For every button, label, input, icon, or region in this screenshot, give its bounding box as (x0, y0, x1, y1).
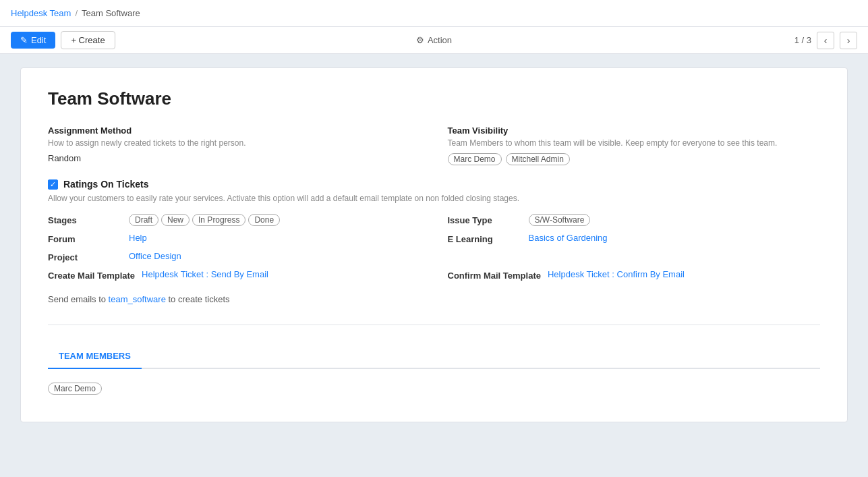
create-button[interactable]: + Create (61, 31, 115, 49)
ratings-label: Ratings On Tickets (63, 179, 149, 190)
stages-value: Draft New In Progress Done (129, 214, 280, 226)
record-card: Team Software Assignment Method How to a… (20, 67, 848, 422)
action-button[interactable]: ⚙ Action (409, 32, 459, 49)
member-marc: Marc Demo (48, 383, 102, 395)
project-label: Project (48, 251, 122, 262)
issue-type-sw: S/W-Software (529, 214, 591, 226)
assignment-label: Assignment Method (48, 125, 421, 136)
visibility-tags: Marc Demo Mitchell Admin (448, 153, 821, 165)
confirm-mail-value: Helpdesk Ticket : Confirm By Email (548, 269, 685, 279)
form-section-top: Assignment Method How to assign newly cr… (48, 125, 820, 165)
assignment-desc: How to assign newly created tickets to t… (48, 138, 421, 148)
breadcrumb-parent[interactable]: Helpdesk Team (11, 8, 71, 18)
forum-link[interactable]: Help (129, 233, 147, 243)
breadcrumb-current: Team Software (82, 8, 140, 18)
toolbar: ✎ Edit + Create ⚙ Action 1 / 3 ‹ › (0, 27, 868, 54)
create-mail-label: Create Mail Template (48, 269, 135, 281)
visibility-desc: Team Members to whom this team will be v… (448, 138, 821, 148)
project-link[interactable]: Office Design (129, 251, 181, 261)
visibility-label: Team Visibility (448, 125, 821, 136)
ratings-row: ✓ Ratings On Tickets (48, 179, 820, 190)
visibility-tag-mitchell: Mitchell Admin (506, 153, 570, 165)
next-button[interactable]: › (840, 32, 857, 49)
ratings-desc: Allow your customers to easily rate your… (48, 194, 820, 203)
gear-icon: ⚙ (416, 35, 424, 45)
issue-type-label: Issue Type (448, 214, 522, 225)
tab-team-members[interactable]: TEAM MEMBERS (48, 345, 142, 369)
forum-value: Help (129, 233, 147, 243)
assignment-value: Random (48, 153, 421, 163)
edit-button[interactable]: ✎ Edit (11, 32, 55, 49)
issue-type-value: S/W-Software (529, 214, 591, 226)
assignment-col: Assignment Method How to assign newly cr… (48, 125, 421, 165)
prev-button[interactable]: ‹ (817, 32, 834, 49)
field-issue-type: Issue Type S/W-Software (448, 214, 821, 226)
field-create-mail: Create Mail Template Helpdesk Ticket : S… (48, 269, 421, 281)
confirm-mail-label: Confirm Mail Template (448, 269, 541, 281)
edit-icon: ✎ (20, 35, 28, 45)
confirm-mail-link[interactable]: Helpdesk Ticket : Confirm By Email (548, 269, 685, 279)
forum-label: Forum (48, 233, 122, 244)
breadcrumb-separator: / (75, 8, 78, 18)
stage-inprogress: In Progress (192, 214, 245, 226)
record-title: Team Software (48, 88, 820, 109)
elearning-label: E Learning (448, 233, 522, 244)
field-project: Project Office Design (48, 251, 421, 262)
fields-grid: Stages Draft New In Progress Done Issue … (48, 214, 820, 281)
tab-bar: TEAM MEMBERS (48, 345, 820, 369)
elearning-link[interactable]: Basics of Gardening (529, 233, 608, 243)
main-content: Team Software Assignment Method How to a… (0, 54, 868, 436)
stage-draft: Draft (129, 214, 158, 226)
visibility-tag-marc: Marc Demo (448, 153, 502, 165)
visibility-col: Team Visibility Team Members to whom thi… (448, 125, 821, 165)
email-link[interactable]: team_software (109, 294, 166, 304)
field-elearning: E Learning Basics of Gardening (448, 233, 821, 244)
section-divider (48, 325, 820, 325)
stages-label: Stages (48, 214, 122, 225)
team-members-section: TEAM MEMBERS Marc Demo (48, 345, 820, 395)
create-mail-link[interactable]: Helpdesk Ticket : Send By Email (142, 269, 268, 279)
create-mail-value: Helpdesk Ticket : Send By Email (142, 269, 268, 279)
email-info: Send emails to team_software to create t… (48, 294, 820, 304)
elearning-value: Basics of Gardening (529, 233, 608, 243)
breadcrumb: Helpdesk Team / Team Software (11, 8, 140, 18)
field-forum: Forum Help (48, 233, 421, 244)
members-list: Marc Demo (48, 383, 820, 395)
pagination: 1 / 3 ‹ › (794, 32, 857, 49)
field-confirm-mail: Confirm Mail Template Helpdesk Ticket : … (448, 269, 821, 281)
stage-done: Done (248, 214, 280, 226)
field-stages: Stages Draft New In Progress Done (48, 214, 421, 226)
pagination-text: 1 / 3 (794, 35, 811, 45)
project-value: Office Design (129, 251, 181, 261)
breadcrumb-bar: Helpdesk Team / Team Software (0, 0, 868, 27)
stage-new: New (161, 214, 190, 226)
ratings-checkbox[interactable]: ✓ (48, 179, 58, 190)
field-empty-right (448, 251, 821, 262)
